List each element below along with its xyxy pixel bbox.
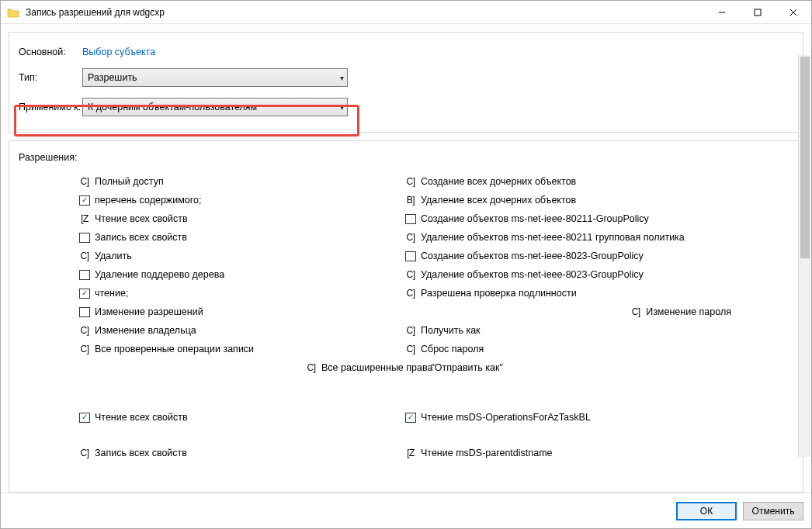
permission-label: Получить как (421, 325, 481, 336)
property-item: C]Запись всех свойств (79, 444, 405, 462)
permission-item: C]Разрешена проверка подлинности (405, 284, 731, 303)
checkbox-glyph[interactable]: C] (630, 307, 641, 317)
scroll-thumb[interactable] (800, 57, 810, 258)
checkbox-glyph[interactable]: C] (79, 177, 90, 187)
close-button[interactable] (776, 1, 811, 24)
permission-label: Создание объектов ms-net-ieee-80211-Grou… (421, 213, 649, 224)
permission-label: перечень содержимого; (95, 195, 201, 206)
permissions-group: Разрешения: C]Полный доступ✓перечень сод… (9, 140, 803, 493)
property-item: ✓Чтение всех свойств (79, 408, 405, 427)
permission-item: B]Удаление всех дочерних объектов (405, 191, 731, 209)
properties-label: Свойства: (9, 388, 793, 399)
permission-label: Сброс пароля (421, 344, 484, 354)
permission-label: Удаление объектов ms-net-ieee-8023-Group… (421, 269, 644, 280)
checkbox-glyph[interactable]: C] (79, 344, 90, 354)
checkbox-checked[interactable]: ✓ (79, 195, 90, 206)
checkbox-checked[interactable]: ✓ (79, 289, 90, 299)
permission-label: Чтение всех свойств (95, 213, 188, 224)
applies-combo-value: К дочерним объектам-пользователям (88, 102, 340, 112)
permissions-label: Разрешения: (19, 152, 793, 163)
checkbox-unchecked[interactable] (405, 251, 416, 261)
permissions-columns: C]Полный доступ✓перечень содержимого;[ZЧ… (19, 172, 793, 358)
checkbox-checked[interactable]: ✓ (79, 413, 90, 423)
permission-entry-window: Запись разрешений для wdgcxp Основной: В… (0, 0, 812, 529)
permission-item: C]Полный доступ (79, 172, 405, 191)
permission-item: ✓перечень содержимого; (79, 191, 405, 209)
chevron-down-icon: ▾ (340, 103, 344, 112)
permission-label: Изменение пароля (646, 306, 731, 317)
select-principal-link[interactable]: Выбор субъекта (82, 47, 155, 57)
permission-label: Чтение всех свойств (95, 412, 188, 423)
permission-item: C]Сброс пароля (405, 340, 731, 358)
svg-rect-1 (755, 9, 761, 16)
type-combo-value: Разрешить (88, 72, 340, 83)
principal-label: Основной: (19, 47, 82, 57)
permission-item: C]Удаление объектов ms-net-ieee-8023-Gro… (405, 265, 731, 284)
checkbox-glyph[interactable]: C] (405, 326, 416, 336)
checkbox-glyph[interactable]: C] (79, 251, 90, 261)
permission-item: C]Создание всех дочерних объектов (405, 172, 731, 191)
property-item: ✓Чтение msDS-OperationsForAzTaskBL (405, 408, 731, 427)
content: Основной: Выбор субъекта Тип: Разрешить … (1, 24, 811, 493)
checkbox-unchecked[interactable] (79, 270, 90, 280)
permission-label: Изменение владельца (95, 325, 196, 336)
extended-rights-row: C] Все расширенные права "Отправить как" (306, 358, 793, 377)
cancel-button[interactable]: Отменить (743, 502, 803, 520)
principal-group: Основной: Выбор субъекта Тип: Разрешить … (9, 32, 803, 133)
scrollbar[interactable] (798, 55, 811, 457)
maximize-button[interactable] (740, 1, 776, 24)
permission-label: Изменение разрешений (95, 306, 203, 317)
send-as-label: "Отправить как" (431, 362, 503, 373)
type-combo[interactable]: Разрешить ▾ (82, 68, 348, 87)
checkbox-glyph[interactable]: C] (405, 344, 416, 354)
permission-label: Удаление поддерево дерева (95, 269, 224, 280)
extended-rights-label: Все расширенные права (321, 362, 432, 373)
permission-label: Разрешена проверка подлинности (421, 288, 577, 299)
titlebar: Запись разрешений для wdgcxp (1, 1, 811, 24)
checkbox-glyph[interactable]: C] (405, 289, 416, 299)
permission-label: Удаление объектов ms-net-ieee-80211 груп… (421, 232, 685, 243)
type-label: Тип: (19, 72, 82, 83)
permission-item: C]Получить как (405, 321, 731, 340)
permission-item: C]Удалить (79, 247, 405, 265)
checkbox-unchecked[interactable] (405, 214, 416, 224)
permission-item: Удаление поддерево дерева (79, 265, 405, 284)
permission-item: Запись всех свойств (79, 228, 405, 247)
checkbox-glyph[interactable]: [Z (405, 448, 416, 458)
applies-combo[interactable]: К дочерним объектам-пользователям ▾ (82, 98, 348, 116)
permission-label: Удаление всех дочерних объектов (421, 195, 576, 206)
window-title: Запись разрешений для wdgcxp (26, 7, 704, 18)
permission-label: чтение; (95, 288, 128, 299)
applies-label: Применимо к: (19, 102, 82, 112)
checkbox-glyph[interactable]: C] (79, 448, 90, 458)
checkbox-glyph[interactable]: C] (405, 270, 416, 280)
checkbox-glyph[interactable]: C] (405, 233, 416, 243)
permission-label: Удалить (95, 251, 132, 261)
permission-label: Создание объектов ms-net-ieee-8023-Group… (421, 251, 644, 261)
permission-item: C]Изменение владельца (79, 321, 405, 340)
checkbox-unchecked[interactable] (79, 233, 90, 243)
checkbox-glyph[interactable]: C] (79, 326, 90, 336)
permission-item: C]Изменение пароля (630, 303, 731, 321)
permission-item: C]Все проверенные операции записи (79, 340, 405, 358)
folder-icon (7, 7, 19, 18)
checkbox-glyph[interactable]: [Z (79, 214, 90, 224)
permission-label: Все проверенные операции записи (95, 344, 254, 354)
checkbox-checked[interactable]: ✓ (405, 413, 416, 423)
properties-section: Свойства: ✓Чтение всех свойствC]Запись в… (9, 388, 793, 462)
checkbox-glyph[interactable]: C] (405, 177, 416, 187)
permission-label: Полный доступ (95, 176, 164, 187)
permission-item: Изменение разрешений (79, 303, 405, 321)
checkbox-glyph[interactable]: B] (405, 195, 416, 206)
checkbox-unchecked[interactable] (79, 307, 90, 317)
permission-item: Создание объектов ms-net-ieee-80211-Grou… (405, 209, 731, 228)
minimize-button[interactable] (704, 1, 740, 24)
permission-item: ✓чтение; (79, 284, 405, 303)
permission-label: Запись всех свойств (95, 448, 187, 458)
chevron-down-icon: ▾ (340, 74, 344, 82)
checkbox-glyph[interactable]: C] (306, 363, 317, 373)
permission-item: C]Удаление объектов ms-net-ieee-80211 гр… (405, 228, 731, 247)
permission-label: Чтение msDS-parentdistname (421, 448, 553, 458)
button-bar: ОК Отменить (1, 493, 811, 528)
ok-button[interactable]: ОК (676, 502, 737, 520)
